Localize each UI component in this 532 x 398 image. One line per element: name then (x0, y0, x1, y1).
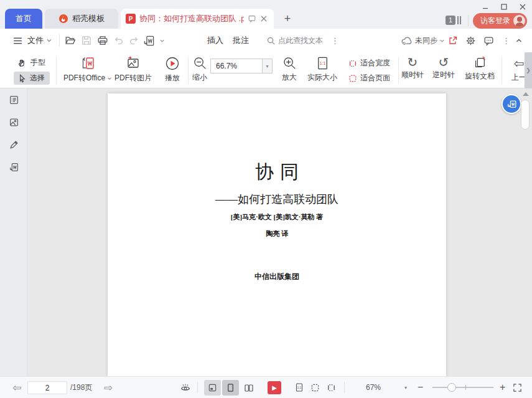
pdf-to-word-float-button[interactable] (502, 94, 521, 114)
sync-status-label[interactable]: 未同步 (415, 29, 437, 52)
open-file-button[interactable] (65, 29, 76, 52)
previous-page-arrow-icon: ⇦ (514, 56, 525, 71)
scrollbar-up-arrow[interactable] (523, 92, 529, 96)
view-mode-single-page-button[interactable] (222, 380, 239, 396)
pdf-to-office-button[interactable]: PDF转Office (60, 55, 116, 83)
zoom-slider-track[interactable] (432, 387, 493, 388)
search-icon[interactable] (266, 29, 276, 52)
actual-size-button[interactable]: 1:1 实际大小 (305, 55, 340, 83)
window-minimize-button[interactable] (480, 2, 490, 11)
tab-close-icon[interactable] (260, 15, 268, 22)
fit-page-button[interactable]: 适合页面 (348, 73, 390, 83)
file-menu-caret-icon (46, 37, 52, 44)
print-button[interactable] (97, 29, 108, 52)
quickbar-caret-icon[interactable] (159, 29, 165, 52)
undo-button[interactable] (113, 29, 124, 52)
collapse-ribbon-icon[interactable] (515, 29, 523, 52)
left-panel-sidebar (0, 88, 27, 376)
cursor-icon (17, 73, 27, 83)
file-menu[interactable]: 文件 (27, 29, 52, 52)
new-tab-button[interactable]: + (281, 12, 294, 25)
zoom-out-button[interactable]: 缩小 (187, 55, 213, 83)
ribbon-tab-annotate[interactable]: 批注 (233, 29, 249, 52)
zoom-slider-minus-button[interactable]: − (418, 377, 423, 398)
magnifier-minus-icon (192, 55, 208, 71)
avatar-icon (513, 15, 525, 27)
ribbon-divider (502, 57, 502, 84)
tab-docer-label: 稻壳模板 (72, 13, 105, 24)
rotate-counterclockwise-button[interactable]: ↺ 逆时针 (429, 56, 458, 80)
images-panel-icon[interactable] (9, 117, 19, 128)
search-more-icon[interactable]: ⋮ (331, 29, 339, 52)
statusbar-divider (197, 382, 198, 393)
export-to-word-button[interactable] (143, 29, 155, 52)
pdf-page[interactable]: 协同 ——如何打造高联动团队 [美]马克·欧文 [美]凯文·莫勒 著 陶亮 译 … (108, 93, 446, 376)
window-maximize-button[interactable] (499, 2, 509, 11)
hamburger-menu-icon[interactable] (12, 29, 23, 52)
next-page-button[interactable]: ⇨ (104, 377, 113, 398)
window-close-button[interactable] (518, 2, 528, 11)
play-circle-icon (164, 55, 180, 72)
play-button[interactable]: 播放 (159, 55, 185, 83)
svg-text:1:1: 1:1 (319, 61, 325, 65)
feedback-comment-icon[interactable] (483, 29, 494, 52)
scrollbar-thumb[interactable] (521, 100, 530, 130)
rotate-document-button[interactable]: 旋转文档 (460, 56, 499, 82)
ribbon-tab-insert-label: 插入 (207, 35, 223, 46)
pdf-to-word-panel-icon[interactable] (9, 162, 19, 173)
book-title: 协同 (108, 159, 446, 185)
page-number-input[interactable] (27, 381, 67, 394)
tab-docer-templates[interactable]: 稻壳模板 (45, 9, 118, 29)
rotate-counterclockwise-icon: ↺ (439, 56, 449, 69)
more-options-icon[interactable]: ⋮ (502, 29, 510, 52)
fit-page-label: 适合页面 (360, 73, 390, 83)
zoom-slider-handle[interactable] (447, 383, 456, 392)
fit-width-status-button[interactable] (327, 377, 336, 398)
settings-gear-icon[interactable] (465, 29, 476, 52)
eye-protect-button[interactable] (180, 377, 191, 398)
zoom-slider-plus-button[interactable]: + (500, 377, 505, 398)
sync-caret-icon (439, 29, 445, 52)
hand-tool-button[interactable]: 手型 (17, 57, 45, 68)
presentation-play-button[interactable]: ▶ (268, 381, 281, 394)
fullscreen-button[interactable] (513, 377, 522, 398)
actual-size-label: 实际大小 (307, 72, 337, 83)
ribbon-divider (56, 57, 57, 84)
share-icon[interactable] (448, 29, 458, 52)
view-mode-two-page-button[interactable] (240, 380, 257, 396)
cloud-sync-icon[interactable] (401, 29, 413, 52)
zoom-combobox-caret-icon[interactable]: ▾ (262, 59, 272, 73)
tab-comment-icon[interactable] (248, 14, 256, 23)
view-mode-continuous-button[interactable] (204, 380, 221, 396)
page-total-label: /198页 (70, 377, 92, 398)
zoom-level-combobox[interactable]: 66.7% ▾ (210, 59, 273, 73)
statusbar: ⇦ /198页 ⇨ ▶ (0, 376, 532, 398)
tab-count-badge[interactable]: 1 (446, 16, 455, 25)
svg-text:1:1: 1:1 (297, 386, 302, 389)
previous-page-tool[interactable]: ⇦ 上一 (504, 52, 525, 88)
search-text[interactable]: 点此查找文本 (278, 29, 323, 52)
ribbon-tab-insert[interactable]: 插入 (207, 29, 223, 52)
save-button[interactable] (81, 29, 92, 52)
visitor-login-button[interactable]: 访客登录 (473, 13, 527, 29)
outline-panel-icon[interactable] (9, 95, 19, 105)
rotate-clockwise-button[interactable]: ↻ 顺时针 (398, 56, 427, 80)
pdf-file-icon: P (126, 14, 136, 24)
redo-button[interactable] (128, 29, 139, 52)
signature-pen-panel-icon[interactable] (9, 140, 19, 150)
pdf-to-image-button[interactable]: PDF转图片 (110, 55, 157, 83)
select-tool-button[interactable]: 选择 (14, 72, 50, 85)
ribbon-scroll-right-button[interactable]: ❯ (525, 52, 532, 88)
fit-page-status-button[interactable] (310, 377, 320, 398)
previous-page-button[interactable]: ⇦ (12, 377, 21, 398)
zoom-in-button[interactable]: 放大 (276, 55, 302, 83)
fit-width-button[interactable]: 适合宽度 (348, 58, 390, 69)
tab-document-active[interactable]: P 协同：如何打造高联动团队 .pdf (121, 9, 274, 29)
visitor-login-label: 访客登录 (480, 16, 510, 26)
zoom-percent-label[interactable]: 67% (366, 377, 381, 398)
actual-size-status-button[interactable]: 1:1 (294, 377, 304, 398)
file-menu-label: 文件 (27, 35, 44, 46)
zoom-percent-caret-icon[interactable]: ▾ (404, 377, 407, 398)
pdf-to-office-icon (80, 55, 96, 72)
tab-home[interactable]: 首页 (5, 9, 42, 29)
